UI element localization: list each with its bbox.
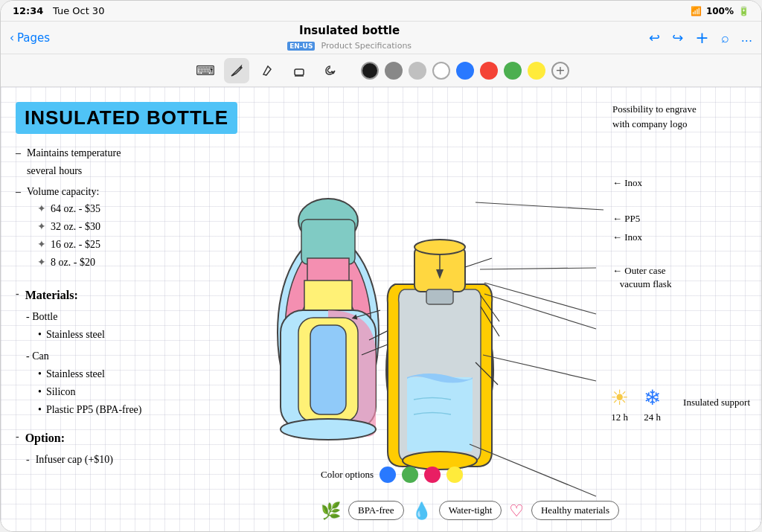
inox2-arrow: ← [612,231,624,243]
color-option-yellow [446,467,463,483]
color-options-area: Color options [321,467,463,483]
bottom-badges: 🌿 BPA-free 💧 Water-tight ♡ Healthy mater… [321,501,754,520]
color-red[interactable] [480,62,498,80]
svg-rect-24 [407,377,473,452]
color-lightgray[interactable] [409,62,426,80]
back-label[interactable]: Pages [17,31,50,45]
can-sublabel: - Can [26,347,254,365]
vol-32: ✦32 oz. - $30 [37,218,100,236]
bottle-mat-1: • Stainless steel [38,326,254,344]
option-items: - Infuser cap (+$10) [26,451,254,469]
outercase-annotation: ← Outer case vacuum flask [612,264,750,291]
inox-label: Inox [624,177,642,188]
volume-list: ✦64 oz. - $35 ✦32 oz. - $30 ✦16 oz. - $2… [37,200,100,271]
lang-badge: EN-US [287,42,315,51]
can-mat-2: • Silicon [38,383,254,401]
badge-water-label: Water-tight [449,504,493,516]
color-green[interactable] [504,62,522,80]
canvas-area: INSULATED BOTTLE – Maintains temperature… [1,87,761,531]
back-button[interactable]: ‹ Pages [10,31,50,45]
more-button[interactable]: ... [741,31,752,45]
can-mat-2-text: Silicon [46,383,76,401]
doc-subtitle-line: EN-US Product Specifications [287,37,412,51]
outercase-arrow: ← [612,265,624,276]
status-date: Tue Oct 30 [53,5,105,16]
status-bar: 12:34 Tue Oct 30 📶 100% 🔋 [1,1,761,22]
lasso-tool[interactable] [318,58,343,83]
color-white[interactable] [432,62,450,80]
inox-arrow: ← [612,177,624,188]
volume-label: Volume capacity: [27,183,100,201]
badge-healthy-materials: Healthy materials [531,501,619,520]
snow-time-label: 24 h [644,411,661,423]
status-right-icons: 📶 100% 🔋 [691,6,749,16]
status-time: 12:34 [13,5,43,16]
highlighter-tool[interactable] [255,58,281,83]
add-color-button[interactable]: + [551,62,569,80]
battery-icon: 🔋 [738,6,749,16]
ipad-frame: 12:34 Tue Oct 30 📶 100% 🔋 ‹ Pages Insula… [0,0,762,532]
redo-button[interactable]: ↪ [672,30,683,45]
pp5-arrow: ← [612,213,624,224]
inox-annotation: ← Inox [612,176,750,190]
badge-bpa-free: BPA-free [348,501,404,520]
inox2-label: Inox [624,231,642,243]
option-item-1: - Infuser cap (+$10) [26,451,254,469]
doc-title: Insulated bottle [287,24,412,37]
bottle-sublabel: - Bottle [26,308,254,326]
eraser-tool[interactable] [286,58,312,83]
vol-16-text: 16 oz. - $25 [51,236,100,254]
back-chevron-icon: ‹ [10,31,14,45]
plus-icon: + [555,63,565,77]
keyboard-tool[interactable]: ⌨ [193,58,218,83]
features-section: – Maintains temperatureseveral hours – V… [16,144,254,469]
svg-rect-30 [426,289,453,304]
insulated-text: Insulated support [683,397,750,408]
color-black[interactable] [361,62,379,80]
vol-64-text: 64 oz. - $35 [51,200,100,218]
wifi-icon: 📶 [691,6,702,16]
sun-time-label: 12 h [611,411,628,423]
color-gray[interactable] [385,62,403,80]
svg-point-13 [281,419,376,440]
vol-32-text: 32 oz. - $30 [51,218,100,236]
content-left: INSULATED BOTTLE – Maintains temperature… [16,102,254,475]
search-button[interactable]: ⌕ [721,30,729,45]
main-title: INSULATED BOTTLE [16,102,237,134]
bottle-mat-1-text: Stainless steel [46,326,105,344]
color-option-blue [380,467,396,483]
materials-label: Materials: [25,285,78,305]
feature-temperature-text: Maintains temperatureseveral hours [27,144,121,180]
badge-healthy-label: Healthy materials [541,504,609,516]
engrave-annotation: Possibility to engravewith company logo [612,102,750,131]
status-time-date: 12:34 Tue Oct 30 [13,5,104,16]
snowflake-icon: ❄ [644,385,661,410]
option-header: - Option: [16,428,254,448]
svg-point-27 [414,240,465,254]
option-label: Option: [25,428,65,448]
add-button[interactable]: + [695,28,708,47]
insulated-label: Insulated support [683,397,750,408]
inox2-annotation: ← Inox [612,230,750,245]
vol-16: ✦16 oz. - $25 [37,236,100,254]
materials-content: - Bottle • Stainless steel - Can • Stain… [26,308,254,419]
color-blue[interactable] [456,62,474,80]
badge-icon-water: 💧 [412,501,432,520]
vol-8-text: 8 oz. - $20 [51,254,95,272]
volume-capacity-content: Volume capacity: ✦64 oz. - $35 ✦32 oz. -… [27,183,100,278]
engrave-text: Possibility to engravewith company logo [612,103,697,129]
pen-tool[interactable] [224,58,249,83]
pp5-label: PP5 [624,213,640,224]
snowflake-time-item: ❄ 24 h [644,385,661,423]
can-mat-3: • Plastic PP5 (BPA-free) [38,401,254,419]
undo-button[interactable]: ↩ [649,30,660,45]
badge-icon-healthy: ♡ [509,501,524,520]
nav-bar: ‹ Pages Insulated bottle EN-US Product S… [1,22,761,54]
color-option-pink [424,467,441,483]
time-icons: ☀ 12 h ❄ 24 h [610,385,661,423]
svg-rect-0 [295,69,304,75]
color-yellow[interactable] [528,62,545,80]
badge-bpa-label: BPA-free [358,504,394,516]
svg-rect-12 [310,325,346,414]
battery-text: 100% [706,6,734,16]
